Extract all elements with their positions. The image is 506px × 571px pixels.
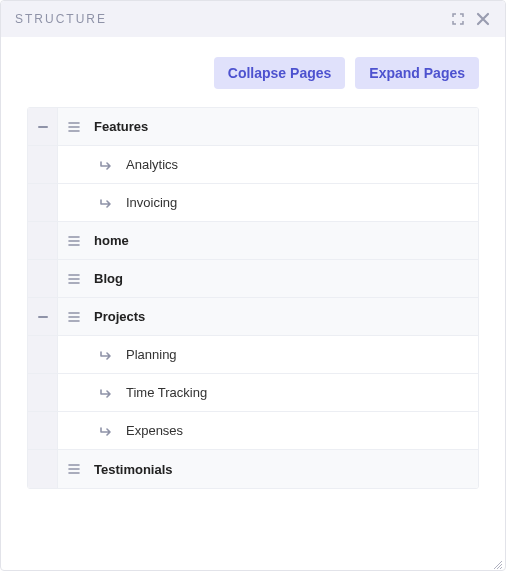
- tree-row[interactable]: Planning: [28, 336, 478, 374]
- tree-item-label: Features: [90, 108, 148, 145]
- tree-item-label: Testimonials: [90, 450, 173, 488]
- drag-handle[interactable]: [58, 298, 90, 335]
- tree-item-label: Invoicing: [122, 184, 177, 221]
- caret-spacer: [28, 450, 58, 488]
- tree-item-label: home: [90, 222, 129, 259]
- panel-header: STRUCTURE: [1, 1, 505, 37]
- tree-item-label: Time Tracking: [122, 374, 207, 411]
- caret-spacer: [28, 260, 58, 297]
- button-row: Collapse Pages Expand Pages: [27, 57, 479, 89]
- child-handle[interactable]: [58, 374, 122, 411]
- collapse-icon: [37, 311, 49, 323]
- tree-row[interactable]: Projects: [28, 298, 478, 336]
- drag-handle[interactable]: [58, 108, 90, 145]
- caret-spacer: [28, 184, 58, 221]
- collapse-toggle[interactable]: [28, 298, 58, 335]
- tree-row[interactable]: Time Tracking: [28, 374, 478, 412]
- drag-grip-icon: [68, 236, 80, 246]
- resize-grip-icon[interactable]: [491, 556, 503, 568]
- tree-row[interactable]: home: [28, 222, 478, 260]
- collapse-icon: [37, 121, 49, 133]
- tree-item-label: Projects: [90, 298, 145, 335]
- child-arrow-icon: [99, 160, 113, 170]
- panel-header-icons: [451, 11, 491, 27]
- panel-title: STRUCTURE: [15, 12, 107, 26]
- drag-grip-icon: [68, 274, 80, 284]
- caret-spacer: [28, 222, 58, 259]
- child-arrow-icon: [99, 388, 113, 398]
- collapse-toggle[interactable]: [28, 108, 58, 145]
- child-arrow-icon: [99, 350, 113, 360]
- tree-item-label: Planning: [122, 336, 177, 373]
- tree-item-label: Blog: [90, 260, 123, 297]
- expand-icon[interactable]: [451, 12, 465, 26]
- tree-list: FeaturesAnalyticsInvoicinghomeBlogProjec…: [27, 107, 479, 489]
- tree-row[interactable]: Analytics: [28, 146, 478, 184]
- tree-item-label: Analytics: [122, 146, 178, 183]
- child-arrow-icon: [99, 198, 113, 208]
- drag-handle[interactable]: [58, 450, 90, 488]
- drag-handle[interactable]: [58, 260, 90, 297]
- drag-grip-icon: [68, 122, 80, 132]
- child-arrow-icon: [99, 426, 113, 436]
- child-handle[interactable]: [58, 412, 122, 449]
- collapse-pages-button[interactable]: Collapse Pages: [214, 57, 346, 89]
- tree-row[interactable]: Invoicing: [28, 184, 478, 222]
- tree-row[interactable]: Testimonials: [28, 450, 478, 488]
- panel-body: Collapse Pages Expand Pages FeaturesAnal…: [1, 37, 505, 570]
- child-handle[interactable]: [58, 336, 122, 373]
- close-icon[interactable]: [475, 11, 491, 27]
- tree-row[interactable]: Blog: [28, 260, 478, 298]
- structure-panel: STRUCTURE Collapse Pages Expand Pages: [0, 0, 506, 571]
- caret-spacer: [28, 336, 58, 373]
- drag-grip-icon: [68, 464, 80, 474]
- child-handle[interactable]: [58, 184, 122, 221]
- tree-item-label: Expenses: [122, 412, 183, 449]
- caret-spacer: [28, 374, 58, 411]
- caret-spacer: [28, 412, 58, 449]
- tree-row[interactable]: Expenses: [28, 412, 478, 450]
- child-handle[interactable]: [58, 146, 122, 183]
- expand-pages-button[interactable]: Expand Pages: [355, 57, 479, 89]
- drag-handle[interactable]: [58, 222, 90, 259]
- caret-spacer: [28, 146, 58, 183]
- drag-grip-icon: [68, 312, 80, 322]
- tree-row[interactable]: Features: [28, 108, 478, 146]
